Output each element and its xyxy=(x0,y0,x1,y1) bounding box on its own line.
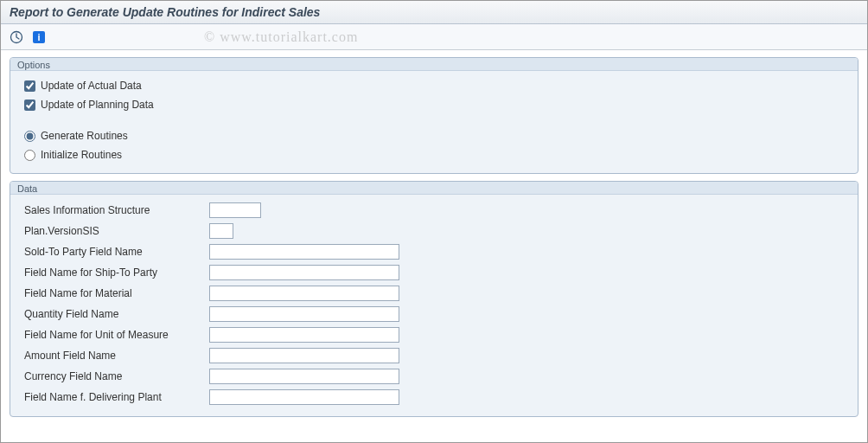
checkbox-update-planning-label: Update of Planning Data xyxy=(41,99,154,111)
row-material: Field Name for Material xyxy=(24,283,844,304)
input-currency[interactable] xyxy=(209,369,399,384)
input-plan-version[interactable] xyxy=(209,223,233,239)
checkbox-update-planning[interactable]: Update of Planning Data xyxy=(24,95,844,114)
radio-generate-input[interactable] xyxy=(24,131,35,142)
label-plant: Field Name f. Delivering Plant xyxy=(24,391,197,403)
label-quantity: Quantity Field Name xyxy=(24,308,197,320)
row-sold-to: Sold-To Party Field Name xyxy=(24,241,844,262)
label-uom: Field Name for Unit of Measure xyxy=(24,329,197,341)
input-uom[interactable] xyxy=(209,327,399,343)
window: Report to Generate Update Routines for I… xyxy=(0,0,868,443)
radio-generate-label: Generate Routines xyxy=(41,130,128,142)
options-group: Options Update of Actual Data Update of … xyxy=(10,57,858,174)
row-plant: Field Name f. Delivering Plant xyxy=(24,387,844,408)
row-amount: Amount Field Name xyxy=(24,345,844,366)
label-ship-to: Field Name for Ship-To Party xyxy=(24,266,197,279)
checkbox-update-actual[interactable]: Update of Actual Data xyxy=(24,76,844,95)
toolbar: i © www.tutorialkart.com xyxy=(1,24,867,50)
title-bar: Report to Generate Update Routines for I… xyxy=(1,1,867,24)
label-amount: Amount Field Name xyxy=(24,350,197,362)
info-button[interactable]: i xyxy=(30,29,48,46)
input-sis[interactable] xyxy=(209,202,261,218)
radio-initialize-input[interactable] xyxy=(24,150,35,161)
clock-icon xyxy=(10,30,23,44)
input-amount[interactable] xyxy=(209,348,399,363)
input-sold-to[interactable] xyxy=(209,244,399,260)
checkbox-update-actual-label: Update of Actual Data xyxy=(41,80,142,92)
label-sold-to: Sold-To Party Field Name xyxy=(24,246,197,258)
watermark: © www.tutorialkart.com xyxy=(204,29,358,45)
label-material: Field Name for Material xyxy=(24,287,197,299)
row-plan-version: Plan.VersionSIS xyxy=(24,221,844,241)
row-currency: Currency Field Name xyxy=(24,366,844,387)
info-icon: i xyxy=(33,31,45,43)
page-title: Report to Generate Update Routines for I… xyxy=(10,5,320,19)
radio-initialize-label: Initialize Routines xyxy=(41,149,122,161)
row-uom: Field Name for Unit of Measure xyxy=(24,324,844,345)
row-sis: Sales Information Structure xyxy=(24,200,844,221)
input-ship-to[interactable] xyxy=(209,265,399,280)
content-area: Options Update of Actual Data Update of … xyxy=(1,50,867,431)
data-group: Data Sales Information Structure Plan.Ve… xyxy=(10,181,858,417)
radio-generate-routines[interactable]: Generate Routines xyxy=(24,126,844,145)
label-currency: Currency Field Name xyxy=(24,370,197,382)
options-group-title: Options xyxy=(10,58,858,71)
row-ship-to: Field Name for Ship-To Party xyxy=(24,262,844,283)
row-quantity: Quantity Field Name xyxy=(24,304,844,324)
checkbox-update-actual-input[interactable] xyxy=(24,80,35,92)
data-group-title: Data xyxy=(10,182,858,195)
input-plant[interactable] xyxy=(209,389,399,405)
execute-button[interactable] xyxy=(8,29,25,46)
label-plan-version: Plan.VersionSIS xyxy=(24,225,197,237)
input-material[interactable] xyxy=(209,286,399,301)
checkbox-update-planning-input[interactable] xyxy=(24,100,35,111)
label-sis: Sales Information Structure xyxy=(24,204,197,216)
radio-initialize-routines[interactable]: Initialize Routines xyxy=(24,145,844,164)
input-quantity[interactable] xyxy=(209,306,399,322)
